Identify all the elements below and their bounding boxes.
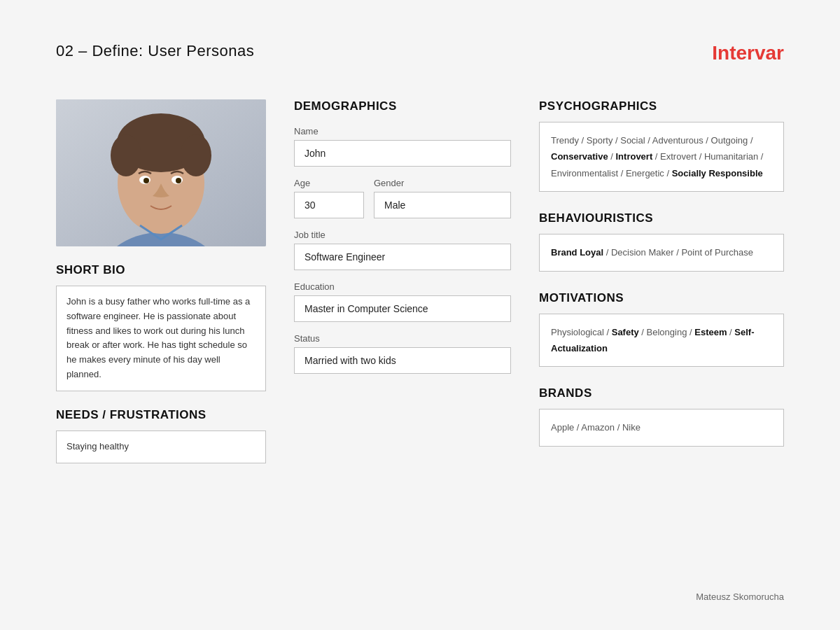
- demographics-column: DEMOGRAPHICS Name John Age 30 Gender Mal…: [294, 99, 511, 385]
- name-field-group: Name John: [294, 126, 511, 167]
- name-label: Name: [294, 126, 511, 136]
- job-label: Job title: [294, 230, 511, 240]
- behaviouristics-section: BEHAVIOURISTICS Brand Loyal / Decision M…: [539, 211, 784, 271]
- psychographics-tags: Trendy / Sporty / Social / Adventurous /…: [539, 122, 784, 192]
- gender-field-group: Gender Male: [374, 178, 511, 218]
- behaviouristics-tags: Brand Loyal / Decision Maker / Point of …: [539, 234, 784, 271]
- status-input[interactable]: Married with two kids: [294, 347, 511, 374]
- header: 02 – Define: User Personas Intervar: [56, 42, 784, 64]
- name-input[interactable]: John: [294, 140, 511, 167]
- logo-accent: var: [755, 42, 784, 64]
- short-bio-text: John is a busy father who works full-tim…: [56, 286, 266, 391]
- motivations-section: MOTIVATIONS Physiological / Safety / Bel…: [539, 291, 784, 368]
- gender-input[interactable]: Male: [374, 192, 511, 218]
- page-title: 02 – Define: User Personas: [56, 42, 254, 60]
- needs-text: Staying healthy: [56, 430, 266, 463]
- education-label: Education: [294, 281, 511, 292]
- svg-point-11: [176, 178, 181, 183]
- right-column: PSYCHOGRAPHICS Trendy / Sporty / Social …: [539, 99, 784, 466]
- brands-section: BRANDS Apple / Amazon / Nike: [539, 386, 784, 446]
- svg-point-7: [181, 134, 211, 176]
- needs-heading: NEEDS / FRUSTRATIONS: [56, 408, 266, 422]
- age-gender-row: Age 30 Gender Male: [294, 178, 511, 218]
- motivations-tags: Physiological / Safety / Belonging / Est…: [539, 314, 784, 368]
- job-field-group: Job title Software Engineer: [294, 230, 511, 270]
- demographics-heading: DEMOGRAPHICS: [294, 99, 511, 113]
- page: 02 – Define: User Personas Intervar: [0, 0, 840, 630]
- age-label: Age: [294, 178, 364, 188]
- svg-point-10: [144, 178, 149, 183]
- short-bio-heading: SHORT BIO: [56, 263, 266, 277]
- status-label: Status: [294, 333, 511, 344]
- footer-credit: Mateusz Skomorucha: [696, 592, 784, 602]
- main-content: SHORT BIO John is a busy father who work…: [56, 99, 784, 480]
- brands-tags: Apple / Amazon / Nike: [539, 409, 784, 446]
- left-column: SHORT BIO John is a busy father who work…: [56, 99, 266, 480]
- psychographics-section: PSYCHOGRAPHICS Trendy / Sporty / Social …: [539, 99, 784, 192]
- svg-point-6: [111, 134, 141, 176]
- status-field-group: Status Married with two kids: [294, 333, 511, 374]
- brands-heading: BRANDS: [539, 386, 784, 400]
- education-input[interactable]: Master in Computer Science: [294, 295, 511, 322]
- logo-text: Inter: [712, 42, 755, 64]
- job-input[interactable]: Software Engineer: [294, 244, 511, 270]
- persona-photo: [56, 99, 266, 246]
- behaviouristics-heading: BEHAVIOURISTICS: [539, 211, 784, 225]
- age-field-group: Age 30: [294, 178, 364, 218]
- gender-label: Gender: [374, 178, 511, 188]
- psychographics-heading: PSYCHOGRAPHICS: [539, 99, 784, 113]
- education-field-group: Education Master in Computer Science: [294, 281, 511, 322]
- motivations-heading: MOTIVATIONS: [539, 291, 784, 305]
- age-input[interactable]: 30: [294, 192, 364, 218]
- logo: Intervar: [712, 42, 784, 64]
